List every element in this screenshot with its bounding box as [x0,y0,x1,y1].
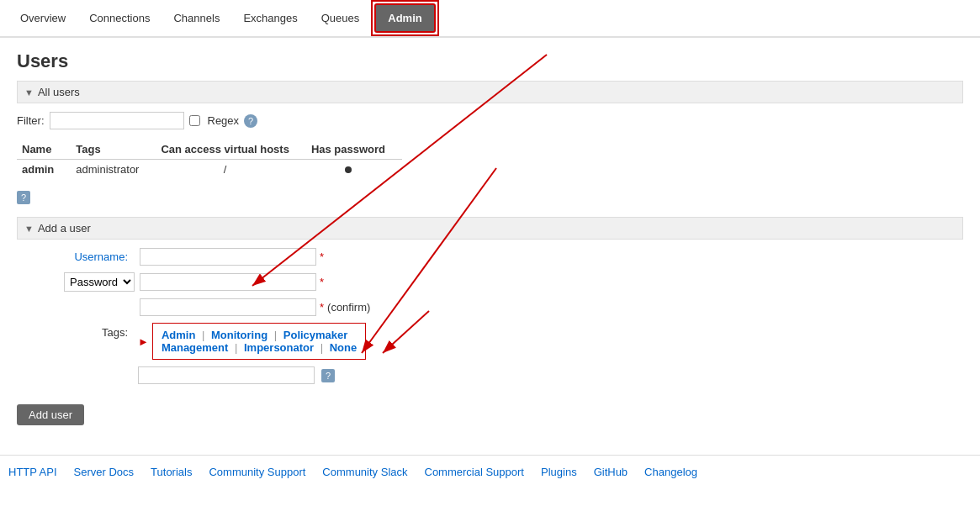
footer-changelog[interactable]: Changelog [644,466,697,478]
nav-admin[interactable]: Admin [374,3,435,33]
tags-row: Tags: ► Admin | Monitoring | Policymaker… [17,323,963,384]
col-vhosts: Can access virtual hosts [156,140,305,160]
tags-arrow-indicator: ► [138,335,149,348]
footer-commercial-support[interactable]: Commercial Support [425,466,525,478]
password-dot [345,166,352,173]
password-confirm-input[interactable] [140,298,316,316]
user-tags-cell: administrator [71,160,156,180]
sep-1: | [202,329,204,341]
tag-none[interactable]: None [330,341,358,354]
tag-management[interactable]: Management [162,341,228,354]
sep-3: | [235,341,237,354]
all-users-label: All users [38,86,80,98]
password-select-wrapper: Password Hashed [17,272,135,292]
add-user-form: Username: * Password Hashed * [17,248,522,316]
filter-row: Filter: Regex ? [17,112,963,129]
footer-server-docs[interactable]: Server Docs [74,466,135,478]
top-nav: Overview Connections Channels Exchanges … [0,0,980,38]
user-password-cell [306,160,402,180]
password-field-group: * [140,273,522,291]
sep-4: | [320,341,323,354]
username-input[interactable] [140,248,316,266]
footer: HTTP API Server Docs Tutorials Community… [0,455,980,488]
add-user-btn-wrapper: Add user [17,394,963,425]
nav-channels[interactable]: Channels [162,5,231,31]
main-content: Users ▼ All users Filter: Regex ? Name T… [0,38,980,438]
add-user-button[interactable]: Add user [17,404,84,425]
tags-input-area: ► Admin | Monitoring | Policymaker Manag… [138,323,366,384]
col-password: Has password [306,140,402,160]
regex-checkbox[interactable] [189,115,200,126]
nav-overview[interactable]: Overview [8,5,77,31]
nav-connections[interactable]: Connections [77,5,162,31]
add-user-label: Add a user [38,222,91,235]
footer-plugins[interactable]: Plugins [541,466,577,478]
confirm-required: * [320,301,324,314]
tag-impersonator[interactable]: Impersonator [244,341,314,354]
username-required: * [320,250,324,263]
tags-label: Tags: [17,323,135,339]
nav-exchanges[interactable]: Exchanges [231,5,309,31]
password-input[interactable] [140,273,316,291]
add-user-collapse-arrow[interactable]: ▼ [24,224,34,234]
footer-community-slack[interactable]: Community Slack [322,466,407,478]
password-confirm-field-group: * (confirm) [140,298,522,316]
user-name-cell[interactable]: admin [17,160,71,180]
regex-label: Regex [208,114,240,127]
col-name: Name [17,140,71,160]
users-table: Name Tags Can access virtual hosts Has p… [17,140,402,179]
username-label: Username: [17,250,135,263]
user-vhosts-cell: / [156,160,305,180]
password-type-select[interactable]: Password Hashed [64,272,135,292]
add-user-section: ▼ Add a user Username: * Password Hashed [17,217,963,425]
filter-help-icon[interactable]: ? [244,114,257,128]
filter-label: Filter: [17,114,45,127]
tags-box: Admin | Monitoring | Policymaker Managem… [152,323,366,360]
footer-community-support[interactable]: Community Support [209,466,305,478]
username-field-group: * [140,248,522,266]
page-title: Users [17,50,963,72]
add-user-section-header: ▼ Add a user [17,217,963,240]
tag-monitoring[interactable]: Monitoring [211,329,268,341]
password-required: * [320,276,324,288]
all-users-section-header: ▼ All users [17,81,963,103]
footer-tutorials[interactable]: Tutorials [151,466,192,478]
table-row: admin administrator / [17,160,402,180]
tag-admin[interactable]: Admin [162,329,195,341]
footer-github[interactable]: GitHub [594,466,628,478]
tags-text-input[interactable] [138,366,315,384]
confirm-label: (confirm) [327,301,370,314]
footer-http-api[interactable]: HTTP API [8,466,57,478]
sep-2: | [274,329,277,341]
tags-box-wrapper: ► Admin | Monitoring | Policymaker Manag… [138,323,366,360]
col-tags: Tags [71,140,156,160]
nav-queues[interactable]: Queues [310,5,372,31]
tags-text-input-row: ? [138,366,366,384]
collapse-arrow[interactable]: ▼ [24,87,34,98]
tags-help-icon[interactable]: ? [321,369,335,382]
table-help-icon[interactable]: ? [17,191,30,204]
filter-input[interactable] [50,112,184,129]
tag-policymaker[interactable]: Policymaker [283,329,348,341]
